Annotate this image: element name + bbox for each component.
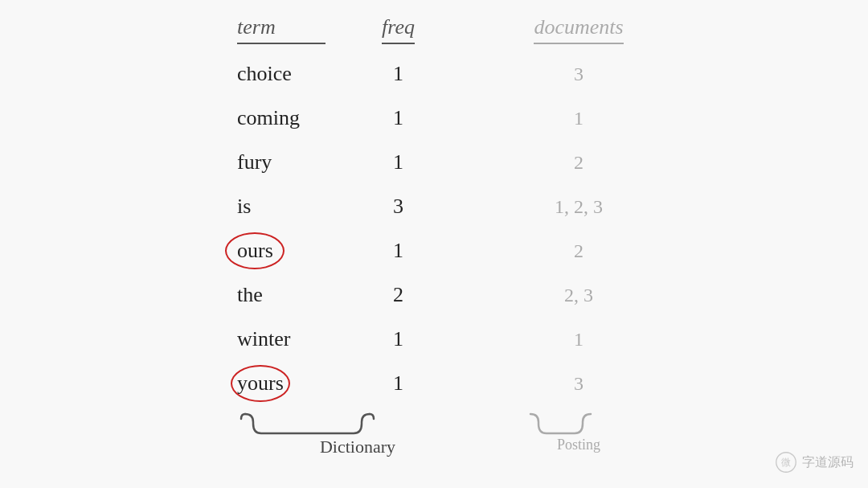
svg-text:微: 微 [781, 457, 791, 468]
freq-cell: 1 [393, 229, 403, 273]
term-cell: fury [237, 141, 272, 185]
docs-cell: 1 [574, 96, 583, 141]
table-wrapper: term choicecomingfuryisoursthewinteryour… [237, 15, 631, 457]
term-header: term [237, 15, 326, 44]
freq-cell: 3 [393, 185, 403, 229]
watermark-text: 字道源码 [802, 454, 854, 471]
freq-cell: 2 [393, 273, 403, 318]
docs-cell: 2, 3 [564, 273, 593, 318]
term-cell: winter [237, 318, 290, 362]
term-cell: is [237, 185, 251, 229]
main-container: term choicecomingfuryisoursthewinteryour… [0, 0, 868, 488]
docs-brace-group: Posting [526, 412, 631, 453]
docs-cell: 1 [574, 318, 583, 362]
watermark-icon: 微 [775, 451, 797, 474]
docs-cell: 3 [574, 52, 583, 96]
docs-column: documents 3121, 2, 322, 313 [534, 15, 623, 406]
freq-header: freq [382, 15, 415, 44]
docs-brace-svg [526, 412, 631, 435]
term-cell: choice [237, 52, 292, 96]
term-cell: coming [237, 96, 300, 141]
dictionary-label: Dictionary [237, 437, 478, 457]
term-cell: yours [237, 362, 284, 406]
dictionary-brace-svg [237, 412, 478, 435]
freq-cell: 1 [393, 141, 403, 185]
freq-cell: 1 [393, 52, 403, 96]
freq-cell: 1 [393, 362, 403, 406]
docs-cell: 1, 2, 3 [555, 185, 603, 229]
dictionary-label-group: Dictionary [237, 412, 478, 457]
freq-column: freq 11131211 [382, 15, 415, 406]
freq-cell: 1 [393, 96, 403, 141]
dictionary-section: term choicecomingfuryisoursthewinteryour… [237, 15, 478, 457]
docs-header: documents [534, 15, 623, 44]
term-cell: ours [237, 229, 273, 273]
documents-section: documents 3121, 2, 322, 313 Posting [526, 15, 631, 453]
docs-cell: 2 [574, 229, 583, 273]
posting-label: Posting [557, 437, 600, 453]
docs-cell: 2 [574, 141, 583, 185]
freq-cell: 1 [393, 318, 403, 362]
term-column: term choicecomingfuryisoursthewinteryour… [237, 15, 326, 406]
watermark: 微 字道源码 [775, 451, 854, 474]
docs-cell: 3 [574, 362, 583, 406]
dict-col-group: term choicecomingfuryisoursthewinteryour… [237, 15, 415, 406]
term-cell: the [237, 273, 263, 318]
